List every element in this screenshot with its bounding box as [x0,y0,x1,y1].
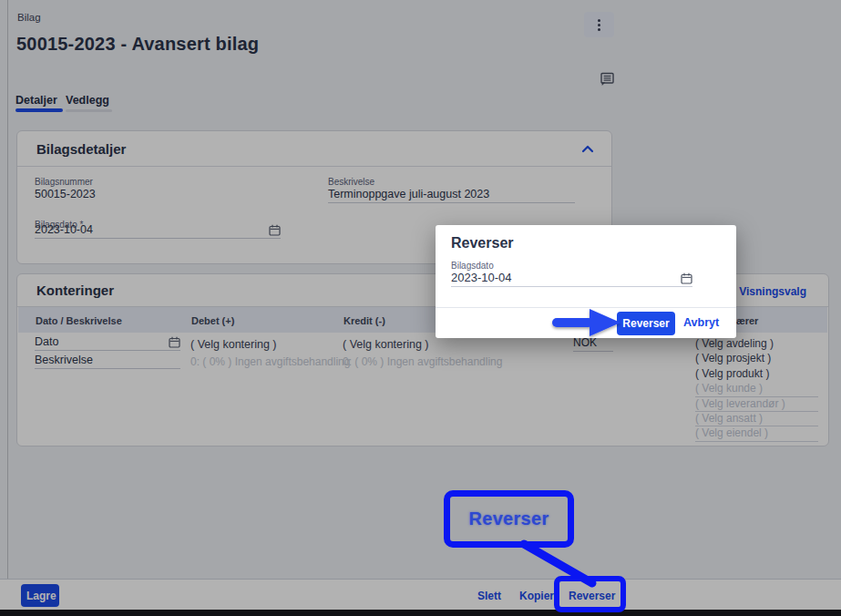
reverser-dialog: Reverser Bilagsdato 2023-10-04 Reverser … [436,225,736,338]
dialog-divider [436,307,736,308]
bilag-page: Bilag 50015-2023 - Avansert bilag Detalj… [0,0,841,616]
dialog-bilagsdato-field[interactable]: 2023-10-04 [451,271,692,287]
dialog-title: Reverser [451,235,514,252]
dialog-bilagsdato-label: Bilagsdato [451,261,494,271]
dialog-avbryt-button[interactable]: Avbryt [683,316,719,329]
calendar-icon[interactable] [681,272,692,284]
dialog-bilagsdato-value: 2023-10-04 [451,271,512,284]
dialog-reverser-button[interactable]: Reverser [617,312,675,335]
